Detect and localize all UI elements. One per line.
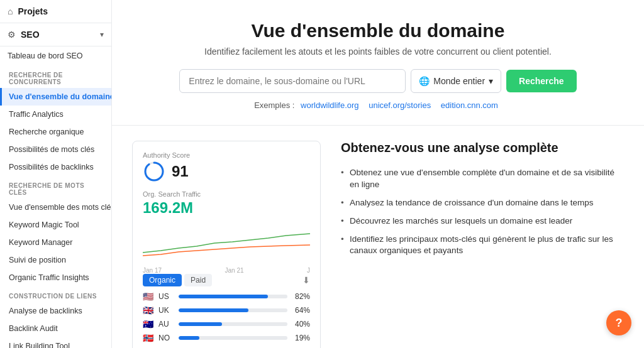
authority-circle-chart (143, 160, 165, 183)
examples-label: Exemples : (254, 101, 294, 110)
svg-point-1 (145, 163, 163, 180)
country-flag: 🇺🇸 (143, 291, 153, 302)
authority-label: Authority Score (143, 151, 310, 159)
country-bar-bg (179, 322, 287, 326)
example-link-2[interactable]: unicef.org/stories (369, 101, 431, 110)
sidebar: ⌂ Projets ⚙ SEO ▾ Tableau de bord SEO RE… (0, 0, 112, 348)
section-construction-label: CONSTRUCTION DE LIENS (0, 286, 111, 302)
sidebar-item-keyword-manager[interactable]: Keyword Manager (0, 234, 111, 251)
tableau-label: Tableau de bord SEO (8, 52, 83, 60)
benefits-title: Obtenez-vous une analyse complète (341, 141, 624, 155)
sidebar-item-recherche-organique[interactable]: Recherche organique (0, 123, 111, 141)
traffic-label: Org. Search Traffic (143, 190, 310, 198)
tabs-row: Organic Paid ⬇ (143, 274, 310, 286)
example-link-3[interactable]: edition.cnn.com (441, 101, 498, 110)
country-code: NO (158, 334, 174, 342)
main-content: Vue d'ensemble du domaine Identifiez fac… (112, 0, 644, 348)
country-list: 🇺🇸 US 82% 🇬🇧 UK 64% 🇦🇺 AU 40% 🇳🇴 NO 19% (143, 291, 310, 343)
chevron-down-icon: ▾ (489, 76, 493, 86)
chart-label-1: Jan 17 (143, 267, 162, 274)
benefits-section: Obtenez-vous une analyse complète Obtene… (341, 141, 624, 348)
download-icon[interactable]: ⬇ (303, 275, 310, 285)
help-button[interactable]: ? (606, 310, 631, 335)
country-pct: 64% (292, 306, 310, 315)
traffic-metric: Org. Search Traffic 169.2M (143, 190, 310, 217)
country-bar-bg (179, 295, 287, 298)
country-bar-fill (179, 308, 248, 312)
home-icon: ⌂ (8, 6, 13, 16)
country-pct: 82% (292, 292, 310, 301)
benefits-list: Obtenez une vue d'ensemble complète d'un… (341, 164, 624, 260)
globe-icon: 🌐 (419, 76, 430, 86)
benefit-item: Analysez la tendance de croissance d'un … (341, 194, 624, 212)
sidebar-seo-row[interactable]: ⚙ SEO ▾ (0, 23, 111, 46)
country-code: AU (158, 320, 174, 329)
country-pct: 19% (292, 334, 310, 342)
country-row: 🇬🇧 UK 64% (143, 305, 310, 315)
seo-icon: ⚙ (8, 30, 16, 40)
authority-score-metric: Authority Score 91 (143, 151, 310, 183)
sidebar-item-organic-traffic[interactable]: Organic Traffic Insights (0, 269, 111, 286)
chart-label-2: Jan 21 (225, 267, 244, 274)
sidebar-item-vue-ensemble[interactable]: Vue d'ensemble du domaine (0, 88, 111, 106)
domain-widget: Authority Score 91 Org. Search Traffic 1… (132, 141, 321, 348)
benefit-item: Obtenez une vue d'ensemble complète d'un… (341, 164, 624, 194)
projects-label: Projets (18, 6, 47, 16)
sidebar-item-possibilites-backlinks[interactable]: Possibilités de backlinks (0, 158, 111, 176)
tab-organic[interactable]: Organic (143, 274, 182, 286)
sidebar-projects[interactable]: ⌂ Projets (0, 0, 111, 23)
seo-label: SEO (21, 30, 40, 40)
examples-row: Exemples : worldwildlife.org unicef.org/… (137, 101, 619, 110)
authority-value: 91 (172, 163, 189, 180)
hero-subtitle: Identifiez facilement les atouts et les … (137, 46, 619, 57)
sidebar-item-suivi-position[interactable]: Suivi de position (0, 251, 111, 269)
country-code: US (158, 292, 174, 301)
country-bar-bg (179, 308, 287, 312)
search-bar: 🌐 Monde entier ▾ Recherche (137, 69, 619, 93)
country-row: 🇦🇺 AU 40% (143, 319, 310, 329)
sidebar-item-analyse-backlinks[interactable]: Analyse de backlinks (0, 302, 111, 320)
page-title: Vue d'ensemble du domaine (137, 20, 619, 41)
dropdown-label: Monde entier (433, 76, 485, 86)
example-link-1[interactable]: worldwildlife.org (301, 101, 358, 110)
country-row: 🇺🇸 US 82% (143, 291, 310, 302)
content-area: Authority Score 91 Org. Search Traffic 1… (112, 126, 644, 348)
country-code: UK (158, 306, 174, 315)
traffic-value: 169.2M (143, 199, 193, 216)
tab-paid[interactable]: Paid (184, 274, 212, 286)
sidebar-item-tableau[interactable]: Tableau de bord SEO (0, 46, 111, 65)
sidebar-item-possibilites-mots[interactable]: Possibilités de mots clés (0, 141, 111, 158)
traffic-chart (143, 224, 310, 262)
country-pct: 40% (292, 320, 310, 329)
country-bar-fill (179, 322, 222, 326)
chevron-down-icon: ▾ (100, 30, 104, 39)
sidebar-item-backlink-audit[interactable]: Backlink Audit (0, 320, 111, 337)
search-button[interactable]: Recherche (506, 70, 577, 92)
country-flag: 🇦🇺 (143, 319, 153, 329)
section-mots-cles-label: RECHERCHE DE MOTS CLÉS (0, 176, 111, 198)
sidebar-item-link-building[interactable]: Link Building Tool (0, 337, 111, 348)
benefit-item: Identifiez les principaux mots-clés qui … (341, 231, 624, 261)
benefit-item: Découvrez les marchés sur lesquels un do… (341, 212, 624, 231)
hero-section: Vue d'ensemble du domaine Identifiez fac… (112, 0, 644, 126)
domain-input[interactable] (179, 69, 406, 93)
chart-label-3: J (307, 267, 310, 274)
country-row: 🇳🇴 NO 19% (143, 333, 310, 343)
country-bar-fill (179, 336, 199, 340)
country-flag: 🇬🇧 (143, 305, 153, 315)
sidebar-item-vue-ensemble-mots[interactable]: Vue d'ensemble des mots clés (0, 198, 111, 216)
chart-labels: Jan 17 Jan 21 J (143, 267, 310, 274)
sidebar-item-traffic-analytics[interactable]: Traffic Analytics (0, 106, 111, 123)
sidebar-item-keyword-magic[interactable]: Keyword Magic Tool (0, 216, 111, 234)
region-dropdown[interactable]: 🌐 Monde entier ▾ (411, 69, 501, 93)
country-bar-fill (179, 295, 268, 298)
section-concurrents-label: RECHERCHE DE CONCURRENTS (0, 65, 111, 88)
country-bar-bg (179, 336, 287, 340)
country-flag: 🇳🇴 (143, 333, 153, 343)
